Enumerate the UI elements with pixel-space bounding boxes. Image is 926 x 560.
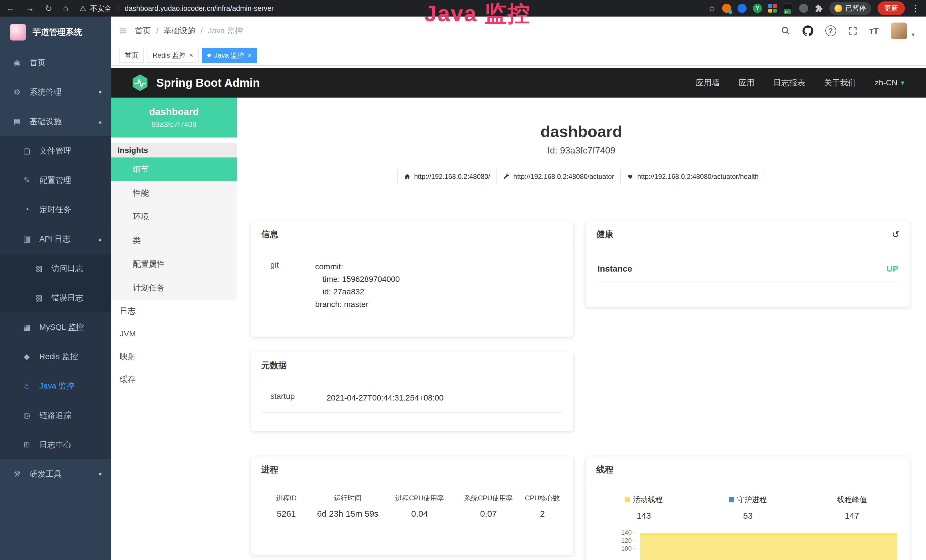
col-proc-cpu: 进程CPU使用率: [385, 493, 454, 502]
sba-nav-about[interactable]: 关于我们: [824, 77, 856, 88]
sba-brand[interactable]: Spring Boot Admin: [111, 74, 260, 92]
font-size-icon[interactable]: тT: [869, 26, 879, 36]
sidebar-item-devtools[interactable]: ⚒ 研发工具 ▾: [0, 459, 111, 489]
sba-item-scheduled[interactable]: 计划任务: [111, 276, 237, 300]
forward-icon[interactable]: →: [26, 3, 34, 13]
user-avatar[interactable]: [891, 23, 907, 39]
info-key: git: [262, 260, 315, 311]
extension-leaf-icon[interactable]: [799, 4, 808, 13]
extensions-puzzle-icon[interactable]: [814, 4, 823, 12]
info-value: commit: time: 1596289704000 id: 27aa832 …: [315, 260, 400, 311]
sidebar-item-api-log[interactable]: ▥ API 日志 ▴: [0, 224, 111, 254]
sidebar-item-config[interactable]: ✎ 配置管理: [0, 165, 111, 195]
sidebar-item-redis[interactable]: ◆ Redis 监控: [0, 342, 111, 371]
address-bar[interactable]: ⚠ 不安全 | dashboard.yudao.iocoder.cn/infra…: [80, 4, 274, 13]
sidebar-item-home[interactable]: ◉ 首页: [0, 48, 111, 77]
home-icon[interactable]: ⌂: [63, 3, 68, 13]
tab-redis[interactable]: Redis 监控 ×: [147, 48, 198, 63]
sidebar-item-mysql[interactable]: ▦ MySQL 监控: [0, 312, 111, 342]
sidebar-item-job[interactable]: ◔ 定时任务: [0, 195, 111, 224]
sidebar-item-trace[interactable]: ◎ 链路追踪: [0, 401, 111, 430]
avatar-caret-icon[interactable]: ▾: [912, 31, 915, 39]
github-icon[interactable]: [802, 26, 813, 36]
sba-nav-journal[interactable]: 日志报表: [773, 77, 805, 88]
update-button[interactable]: 更新: [878, 2, 905, 15]
redis-icon: ◆: [22, 352, 32, 361]
url-text[interactable]: dashboard.yudao.iocoder.cn/infra/admin-s…: [125, 4, 274, 12]
infra-submenu: ▢ 文件管理 ✎ 配置管理 ◔ 定时任务 ▥ API 日志 ▴ ▧ 访问日志 ▨: [0, 136, 111, 459]
paused-badge[interactable]: 已暂停: [829, 2, 871, 15]
info-row-git: git commit: time: 1596289704000 id: 27aa…: [262, 260, 562, 319]
sba-item-mappings[interactable]: 映射: [111, 345, 237, 368]
history-icon[interactable]: ↺: [892, 229, 899, 240]
threads-area-series: [640, 533, 897, 560]
fullscreen-icon[interactable]: [848, 26, 857, 35]
tab-java[interactable]: Java 监控 ×: [202, 48, 257, 63]
sidebar-item-label: 链路追踪: [39, 410, 71, 421]
sba-item-jvm[interactable]: JVM: [111, 322, 237, 345]
sba-item-environment[interactable]: 环境: [111, 205, 237, 229]
bookmark-star-icon[interactable]: ☆: [708, 3, 716, 14]
extension-grid-icon[interactable]: [768, 4, 777, 12]
browser-menu-icon[interactable]: ⋮: [911, 3, 920, 14]
extension-on-icon[interactable]: on: [783, 3, 793, 13]
back-icon[interactable]: ←: [6, 3, 15, 13]
sba-item-details[interactable]: 细节: [111, 157, 237, 181]
locale-selector[interactable]: zh-CN ▾: [875, 78, 904, 87]
sba-item-properties[interactable]: 配置属性: [111, 252, 237, 276]
sidebar-item-file[interactable]: ▢ 文件管理: [0, 136, 111, 165]
breadcrumb-home[interactable]: 首页: [135, 26, 151, 36]
extension-green-icon[interactable]: Y: [753, 4, 762, 13]
sidebar-item-log-center[interactable]: ⊞ 日志中心: [0, 430, 111, 459]
sidebar-item-java[interactable]: ♨ Java 监控: [0, 371, 111, 401]
api-log-icon: ▥: [22, 235, 32, 244]
health-instance-label: Instance: [598, 264, 632, 274]
tab-home[interactable]: 首页: [119, 48, 144, 63]
search-icon[interactable]: [781, 26, 791, 36]
java-icon: ♨: [22, 381, 32, 390]
breadcrumb-section[interactable]: 基础设施: [163, 26, 195, 36]
breadcrumb-separator: /: [156, 26, 158, 35]
close-icon[interactable]: ×: [248, 51, 251, 59]
dashboard-icon: ◉: [12, 58, 22, 67]
col-sys-cpu: 系统CPU使用率: [454, 493, 523, 502]
active-dot: [207, 54, 211, 57]
close-icon[interactable]: ×: [189, 51, 193, 59]
app-menu: ◉ 首页 ⚙ 系统管理 ▾ ▤ 基础设施 ▴ ▢ 文件管理 ✎ 配置管理 ◔ 定…: [0, 48, 111, 489]
service-url-button[interactable]: http://192.168.0.2:48080/: [397, 169, 497, 184]
sidebar-item-access-log[interactable]: ▧ 访问日志: [0, 254, 111, 283]
threads-legend: 活动线程 守护进程 线程峰值: [592, 495, 904, 505]
threads-legend-values: 143 53 147: [592, 511, 904, 521]
reload-icon[interactable]: ↻: [45, 3, 52, 14]
sidebar-item-label: 文件管理: [39, 145, 71, 156]
security-label[interactable]: 不安全: [90, 4, 112, 13]
sba-nav-applications[interactable]: 应用: [738, 77, 755, 88]
omnibox-separator: |: [117, 4, 119, 12]
actuator-url-button[interactable]: http://192.168.0.2:48080/actuator: [496, 169, 621, 184]
process-card-title: 进程: [251, 456, 573, 483]
sba-item-classes[interactable]: 类: [111, 229, 237, 252]
instance-header[interactable]: dashboard 93a3fc7f7409: [111, 98, 237, 138]
sidebar-item-error-log[interactable]: ▨ 错误日志: [0, 283, 111, 312]
tools-icon: ⚒: [12, 469, 22, 479]
sidebar-item-label: 系统管理: [30, 87, 62, 98]
extension-blue-icon[interactable]: [737, 4, 747, 13]
sba-nav-wall[interactable]: 应用墙: [696, 77, 720, 88]
sba-item-caches[interactable]: 缓存: [111, 368, 237, 391]
chevron-up-icon: ▴: [99, 236, 101, 242]
threads-card-title: 线程: [586, 456, 910, 483]
sba-item-performance[interactable]: 性能: [111, 181, 237, 205]
app-logo[interactable]: 芋道管理系统: [0, 17, 111, 48]
home-icon: [404, 173, 411, 180]
sidebar-item-system[interactable]: ⚙ 系统管理 ▾: [0, 77, 111, 107]
hamburger-icon[interactable]: ≡: [111, 24, 135, 37]
health-url-button[interactable]: http://192.168.0.2:48080/actuator/health: [620, 169, 765, 184]
extension-orange-icon[interactable]: [722, 4, 731, 13]
val-uptime: 6d 23h 15m 59s: [310, 509, 385, 519]
sba-item-logs[interactable]: 日志: [111, 300, 237, 322]
sidebar-item-label: 配置管理: [39, 175, 71, 186]
sidebar-item-label: Redis 监控: [39, 351, 78, 362]
sidebar-item-infra[interactable]: ▤ 基础设施 ▴: [0, 107, 111, 136]
help-icon[interactable]: ?: [825, 26, 836, 36]
git-id-line: id: 27aa832: [315, 286, 400, 298]
